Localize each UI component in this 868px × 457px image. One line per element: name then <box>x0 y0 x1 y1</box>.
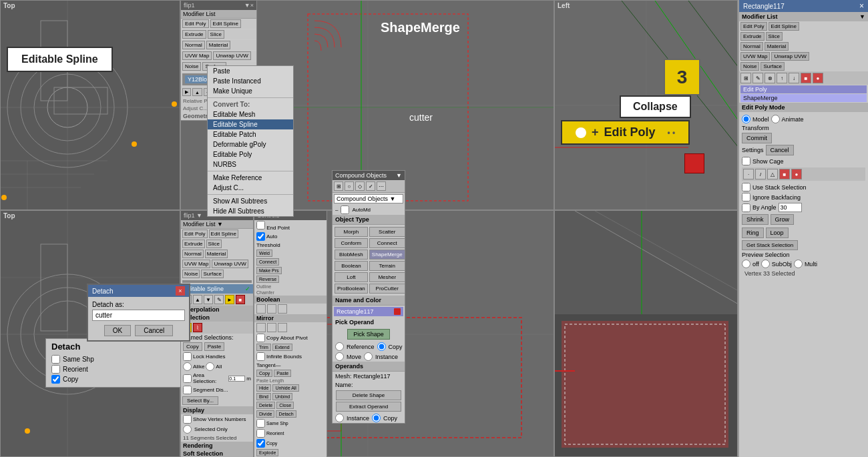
menu-make-reference[interactable]: Make Reference <box>208 173 293 183</box>
edit-poly-btn[interactable]: Edit Poly <box>182 19 209 28</box>
menu-show-all-subtrees[interactable]: Show All Subtrees <box>208 196 293 206</box>
compound-tb2[interactable]: ○ <box>345 181 354 191</box>
menu-editable-spline[interactable]: Editable Spline <box>208 119 293 129</box>
right-commit-btn[interactable]: Commit <box>742 133 772 143</box>
slice-btn[interactable]: Slice <box>208 30 224 39</box>
ebp-mirror-icon3[interactable] <box>278 323 287 332</box>
noise-btn[interactable]: Noise <box>182 62 201 71</box>
esp-tb6[interactable]: ■ <box>236 295 245 304</box>
unwrap-btn[interactable]: Unwrap UVW <box>213 51 250 60</box>
esp-selected-only-radio[interactable] <box>183 425 192 434</box>
same-shp-check[interactable] <box>51 355 60 364</box>
esp-unwrap-btn[interactable]: Unwrap UVW <box>212 260 248 268</box>
compound-delete-shape-btn[interactable]: Delete Shape <box>336 390 401 400</box>
ebp-close-btn[interactable]: Close <box>276 402 294 409</box>
detach-as-input[interactable] <box>92 310 185 321</box>
esp-edit-poly-btn[interactable]: Edit Poly <box>182 230 208 238</box>
right-angle-field[interactable] <box>779 203 802 212</box>
ebp-del-btn[interactable]: Delete <box>256 402 275 409</box>
ebp-endpoint-check[interactable] <box>256 221 265 230</box>
ebp-explode-btn[interactable]: Explode <box>256 449 278 456</box>
esp-select-by-btn[interactable]: Select By... <box>182 396 218 405</box>
compound-pick-shape-btn[interactable]: Pick Shape <box>347 329 390 340</box>
compound-tb5[interactable]: ⋯ <box>377 181 386 191</box>
right-so4[interactable]: ■ <box>779 169 790 179</box>
esp-tb2[interactable]: ▲ <box>193 295 202 304</box>
ebp-tangent-paste-btn[interactable]: Paste <box>274 370 291 377</box>
menu-editable-mesh[interactable]: Editable Mesh <box>208 109 293 119</box>
right-show-cage-check[interactable] <box>742 157 750 165</box>
right-normal-btn[interactable]: Normal <box>740 42 763 51</box>
connect-btn[interactable]: Connect <box>369 238 405 248</box>
esp-active-item[interactable]: Editable Spline ✓ <box>181 284 253 294</box>
esp-tb5[interactable]: ► <box>225 295 234 304</box>
right-edit-poly-btn[interactable]: Edit Poly <box>740 22 767 31</box>
right-tb2[interactable]: ✎ <box>752 73 763 83</box>
right-ring-btn[interactable]: Ring <box>742 227 764 238</box>
esp-surface-btn[interactable]: Surface <box>201 270 224 278</box>
stack-tb1[interactable]: ▶ <box>182 88 191 96</box>
right-so5[interactable]: ● <box>791 169 802 179</box>
compound-copy2-radio[interactable] <box>372 414 381 422</box>
blobmesh-btn[interactable]: BlobMesh <box>335 250 368 260</box>
detach-dialog-close[interactable]: × <box>176 286 185 296</box>
esp-seg-check[interactable] <box>183 386 192 394</box>
esp-extrude-btn[interactable]: Extrude <box>182 240 205 248</box>
right-model-radio[interactable] <box>742 115 750 123</box>
right-so2[interactable]: / <box>755 169 766 179</box>
scatter-btn[interactable]: Scatter <box>369 227 405 237</box>
esp-edit-spline-btn[interactable]: Edit Spline <box>209 230 238 238</box>
esp-show-vertex-check[interactable] <box>183 415 192 424</box>
menu-paste-instanced[interactable]: Paste Instanced <box>208 76 293 86</box>
normal-btn[interactable]: Normal <box>182 41 205 49</box>
material-btn[interactable]: Material <box>206 41 230 49</box>
ebp-weld-btn[interactable]: Weld <box>256 250 272 257</box>
right-tb7[interactable]: ● <box>813 73 823 83</box>
right-get-stack-btn[interactable]: Get Stack Selection <box>742 240 798 250</box>
ebp-reorient-check[interactable] <box>256 429 265 438</box>
compound-instance2-radio[interactable] <box>335 414 344 422</box>
esp-uvwmap-btn[interactable]: UVW Map <box>182 260 210 268</box>
ebp-unhide-btn[interactable]: Unhide All <box>272 384 299 392</box>
stack-tb2[interactable]: ▲ <box>192 88 202 96</box>
ebp-copy2-check[interactable] <box>256 439 265 448</box>
right-grow-btn[interactable]: Grow <box>771 214 795 225</box>
detach-cancel-btn[interactable]: Cancel <box>135 325 173 336</box>
right-ignore-back-check[interactable] <box>742 193 750 201</box>
esp-noise-btn[interactable]: Noise <box>182 270 200 278</box>
esp-sel-icon2[interactable]: ⌇ <box>193 323 202 332</box>
esp-area-check[interactable] <box>183 374 192 383</box>
right-multi-radio[interactable] <box>794 260 803 268</box>
esp-mod-list[interactable]: Modifier List ▼ <box>181 220 253 229</box>
reorient-check[interactable] <box>51 365 60 374</box>
right-subobj-radio[interactable] <box>761 260 770 268</box>
right-off-radio[interactable] <box>742 260 750 268</box>
right-by-angle-check[interactable] <box>742 203 750 212</box>
ebp-reverse-btn[interactable]: Reverse <box>256 276 279 283</box>
right-material-btn[interactable]: Material <box>765 42 789 51</box>
esp-all-radio[interactable] <box>206 362 214 371</box>
right-tb6[interactable]: ■ <box>801 73 811 83</box>
compound-move-radio[interactable] <box>335 352 344 361</box>
esp-slice-btn[interactable]: Slice <box>206 240 222 248</box>
right-so3[interactable]: △ <box>767 169 778 179</box>
ebp-bind-btn[interactable]: Bind <box>256 393 271 400</box>
ebp-trim-btn[interactable]: Trim <box>256 344 271 351</box>
menu-deformable-gpoly[interactable]: Deformable gPoly <box>208 139 293 149</box>
esp-tb4[interactable]: ✎ <box>214 295 224 304</box>
ebp-extend-btn[interactable]: Extend <box>272 344 292 351</box>
compound-instance-radio[interactable] <box>364 352 373 361</box>
procutter-btn[interactable]: ProCutter <box>369 284 405 294</box>
esp-material-btn[interactable]: Material <box>205 250 228 258</box>
right-so1[interactable]: · <box>743 169 754 179</box>
ebp-divide-btn[interactable]: Divide <box>256 410 274 418</box>
extrude-btn[interactable]: Extrude <box>182 30 206 39</box>
compound-tb3[interactable]: ◇ <box>355 181 365 191</box>
ebp-auto-check[interactable] <box>256 232 265 241</box>
menu-paste[interactable]: Paste <box>208 66 293 76</box>
compound-ref-radio[interactable] <box>335 342 344 351</box>
terrain-btn[interactable]: Terrain <box>369 261 405 271</box>
mesher-btn[interactable]: Mesher <box>369 272 405 282</box>
right-tb4[interactable]: ↑ <box>777 73 787 83</box>
conform-btn[interactable]: Conform <box>335 238 368 248</box>
